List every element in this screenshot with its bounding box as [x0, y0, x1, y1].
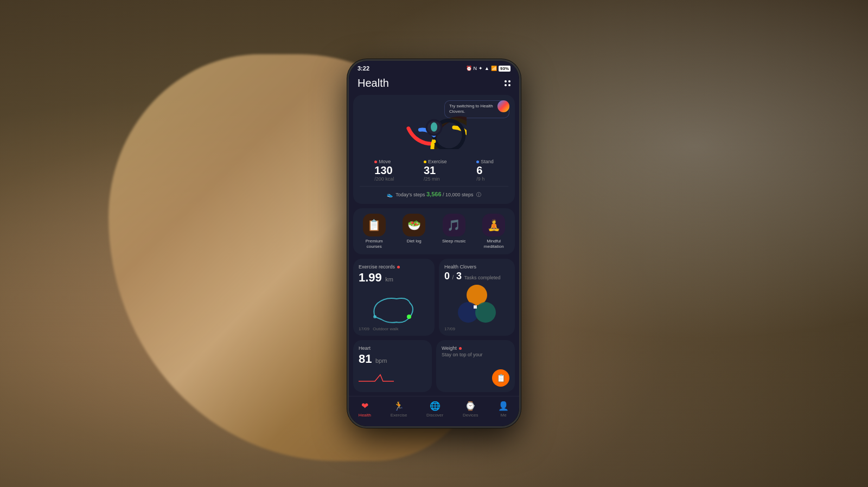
exercise-unit: km — [385, 276, 393, 283]
stand-value: 6 — [476, 164, 494, 176]
status-time: 3:22 — [358, 65, 369, 72]
nav-exercise[interactable]: 🏃 Exercise — [391, 400, 407, 418]
devices-nav-icon: ⌚ — [464, 400, 476, 412]
steps-value: 3,566 — [426, 191, 442, 197]
nav-me[interactable]: 👤 Me — [497, 400, 509, 418]
clover-teal — [475, 302, 496, 323]
nav-discover[interactable]: 🌐 Discover — [426, 400, 443, 418]
status-bar: 3:22 ⏰ N ✦ ▲ 📶 93% — [349, 61, 519, 74]
exercise-records-title: Exercise records — [359, 264, 429, 270]
exercise-stat: Exercise 31 /25 min — [424, 159, 447, 182]
weight-dot — [459, 347, 462, 350]
me-nav-label: Me — [501, 413, 507, 418]
live-indicator — [397, 266, 400, 268]
quick-actions-card: 📋 Premiumcourses 🥗 Diet log 🎵 Sleep musi… — [353, 208, 515, 254]
action-diet-log[interactable]: 🥗 Diet log — [395, 214, 433, 249]
activity-ring-card: Try switching to Health Clovers. — [353, 95, 515, 204]
move-value: 130 — [374, 164, 394, 176]
steps-icon: 👟 — [387, 192, 393, 197]
stand-goal: /9 h — [476, 176, 494, 182]
bluetooth-icon: N — [474, 66, 477, 71]
weight-action-button[interactable]: 📋 — [492, 369, 509, 387]
premium-courses-label: Premiumcourses — [366, 239, 383, 249]
exercise-date: 17/09 Outdoor walk — [359, 326, 398, 331]
route-map-svg — [359, 287, 429, 330]
tasks-row: 0 / 3 Tasks completed — [444, 271, 509, 282]
two-col-row-2: Heart 81 bpm — [353, 340, 515, 392]
phone-screen: 3:22 ⏰ N ✦ ▲ 📶 93% Health — [349, 61, 519, 426]
discover-nav-icon: 🌐 — [429, 400, 441, 412]
app-title: Health — [358, 77, 389, 89]
heart-chart — [359, 370, 426, 387]
clovers-date: 17/09 — [444, 326, 455, 331]
exercise-value: 31 — [424, 164, 447, 176]
exercise-label: Exercise — [428, 159, 447, 164]
menu-dots-button[interactable] — [505, 80, 510, 86]
alarm-icon: ⏰ — [466, 66, 472, 71]
app-header: Health — [349, 74, 519, 95]
status-icons: ⏰ N ✦ ▲ 📶 93% — [466, 66, 510, 72]
svg-point-2 — [431, 123, 437, 132]
action-premium-courses[interactable]: 📋 Premiumcourses — [355, 214, 393, 249]
exercise-nav-label: Exercise — [391, 413, 407, 418]
move-stat: Move 130 /200 kcal — [374, 159, 394, 182]
exercise-goal: /25 min — [424, 176, 447, 182]
scene: 3:22 ⏰ N ✦ ▲ 📶 93% Health — [0, 0, 868, 487]
stand-stat: Stand 6 /9 h — [476, 159, 494, 182]
steps-row: 👟 Today's steps 3,566 / 10,000 steps ⓘ — [360, 186, 508, 198]
tasks-label: Tasks completed — [464, 275, 500, 280]
app-content[interactable]: Try switching to Health Clovers. — [349, 95, 519, 406]
heart-value-row: 81 bpm — [359, 352, 426, 366]
info-icon[interactable]: ⓘ — [476, 192, 481, 197]
rings-svg — [401, 106, 467, 149]
tasks-total: 3 — [456, 271, 462, 281]
weight-button-icon: 📋 — [496, 374, 506, 382]
svg-point-3 — [432, 139, 436, 143]
mindful-meditation-icon: 🧘 — [482, 214, 505, 236]
clover-circles — [458, 285, 496, 323]
activity-stats: Move 130 /200 kcal Exercise 31 /25 min — [360, 159, 508, 182]
heart-chart-svg — [359, 370, 424, 387]
health-nav-label: Health — [359, 413, 371, 418]
two-col-row-1: Exercise records 1.99 km — [353, 259, 515, 336]
bottom-nav: ❤ Health 🏃 Exercise 🌐 Discover ⌚ Devices… — [349, 396, 519, 426]
exercise-map — [359, 287, 429, 330]
steps-goal: / — [443, 192, 444, 197]
steps-label: Today's steps — [395, 192, 425, 197]
sleep-music-label: Sleep music — [442, 239, 466, 244]
svg-point-5 — [407, 315, 411, 319]
devices-nav-label: Devices — [463, 413, 478, 418]
wifi-icon: ▲ — [484, 66, 489, 71]
heart-value: 81 — [359, 352, 372, 366]
exercise-value-row: 1.99 km — [359, 271, 429, 285]
diet-log-label: Diet log — [407, 239, 422, 244]
exercise-distance: 1.99 — [359, 271, 382, 284]
me-nav-icon: 👤 — [497, 400, 509, 412]
premium-courses-icon: 📋 — [363, 214, 386, 236]
nav-health[interactable]: ❤ Health — [359, 400, 371, 418]
weight-card[interactable]: Weight Stay on top of your 📋 — [436, 340, 515, 392]
battery-indicator: 93% — [499, 66, 510, 72]
weight-title: Weight — [442, 345, 509, 351]
clovers-title: Health Clovers — [444, 264, 509, 270]
clovers-button[interactable] — [497, 100, 509, 112]
move-goal: /200 kcal — [374, 176, 394, 182]
heart-unit: bpm — [375, 357, 387, 364]
exercise-nav-icon: 🏃 — [393, 400, 405, 412]
nav-devices[interactable]: ⌚ Devices — [463, 400, 478, 418]
diet-log-icon: 🥗 — [403, 214, 425, 236]
move-label: Move — [379, 159, 391, 164]
action-mindful-meditation[interactable]: 🧘 Mindfulmeditation — [475, 214, 513, 249]
tasks-separator: / — [452, 274, 454, 280]
tasks-done: 0 — [444, 271, 450, 281]
actions-row: 📋 Premiumcourses 🥗 Diet log 🎵 Sleep musi… — [355, 214, 513, 249]
heart-title: Heart — [359, 345, 426, 351]
health-clovers-card[interactable]: Health Clovers 0 / 3 Tasks completed — [439, 259, 515, 336]
star-icon: ✦ — [478, 66, 483, 71]
heart-card[interactable]: Heart 81 bpm — [353, 340, 432, 392]
action-sleep-music[interactable]: 🎵 Sleep music — [435, 214, 473, 249]
mindful-meditation-label: Mindfulmeditation — [484, 239, 504, 249]
svg-rect-4 — [359, 287, 429, 330]
clover-center-dot — [474, 305, 477, 309]
exercise-records-card[interactable]: Exercise records 1.99 km — [353, 259, 435, 336]
